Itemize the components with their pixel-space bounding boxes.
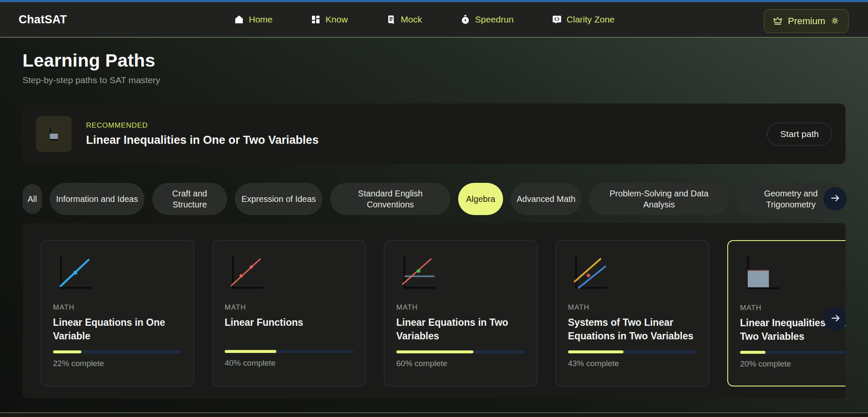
brand-logo[interactable]: ChatSAT xyxy=(19,13,67,26)
code-chat-icon xyxy=(552,14,562,25)
main-nav: Home Know Mock xyxy=(234,2,615,37)
nav-item-mock[interactable]: Mock xyxy=(386,14,422,25)
card-title: Systems of Two Linear Equations in Two V… xyxy=(568,316,697,343)
blue-line-chart-icon xyxy=(53,253,182,294)
filters-next-button[interactable] xyxy=(823,187,847,210)
nav-item-home[interactable]: Home xyxy=(234,14,273,25)
progress-label: 20% complete xyxy=(740,359,846,369)
home-icon xyxy=(234,14,244,25)
filter-pill-craft-and-structure[interactable]: Craft and Structure xyxy=(152,183,227,215)
card-subject: MATH xyxy=(225,303,353,312)
document-icon xyxy=(386,14,396,25)
intersecting-lines-chart-icon xyxy=(396,253,525,294)
shaded-region-chart-icon xyxy=(740,254,846,294)
path-card-linear-equations-one-variable[interactable]: MATH Linear Equations in One Variable 22… xyxy=(41,240,194,386)
page-subtitle: Step-by-step paths to SAT mastery xyxy=(22,75,846,85)
progress-fill xyxy=(225,350,276,353)
filter-pill-information-and-ideas[interactable]: Information and Ideas xyxy=(50,183,145,215)
cards-next-button[interactable] xyxy=(824,307,846,330)
navbar: ChatSAT Home Know xyxy=(0,2,868,38)
recommended-texts: RECOMMENDED Linear Inequalities in One o… xyxy=(86,121,319,147)
progress-track xyxy=(396,350,525,353)
nav-label: Know xyxy=(326,14,348,25)
recommended-banner[interactable]: RECOMMENDED Linear Inequalities in One o… xyxy=(22,104,846,164)
nav-item-clarity-zone[interactable]: Clarity Zone xyxy=(552,14,615,25)
progress-fill xyxy=(740,351,765,354)
progress-label: 43% complete xyxy=(568,359,697,368)
bottom-edge-strip xyxy=(0,412,868,417)
filter-pills-row: All Information and Ideas Craft and Stru… xyxy=(22,182,846,216)
red-scatter-line-chart-icon xyxy=(225,253,353,294)
arrow-right-icon xyxy=(830,313,841,325)
recommended-eyebrow: RECOMMENDED xyxy=(86,121,319,130)
card-subject: MATH xyxy=(396,303,525,312)
filter-pill-algebra[interactable]: Algebra xyxy=(458,183,503,215)
page-title: Learning Paths xyxy=(22,50,846,71)
nav-label: Mock xyxy=(401,14,422,25)
progress-fill xyxy=(396,350,473,353)
nav-label: Speedrun xyxy=(475,14,514,25)
card-title: Linear Functions xyxy=(225,316,353,342)
filter-pill-advanced-math[interactable]: Advanced Math xyxy=(511,183,581,215)
card-subject: MATH xyxy=(53,303,182,312)
nav-item-know[interactable]: Know xyxy=(311,14,348,25)
start-path-button[interactable]: Start path xyxy=(767,123,832,146)
recommended-title: Linear Inequalities in One or Two Variab… xyxy=(86,134,319,147)
card-subject: MATH xyxy=(568,303,697,312)
learning-paths-panel: MATH Linear Equations in One Variable 22… xyxy=(22,223,846,398)
progress-track xyxy=(225,350,353,353)
progress-label: 60% complete xyxy=(396,359,525,368)
shaded-region-chart-icon xyxy=(44,124,64,144)
nav-label: Clarity Zone xyxy=(567,14,615,25)
path-card-systems-two-linear-equations[interactable]: MATH Systems of Two Linear Equations in … xyxy=(556,240,709,386)
main-content: Learning Paths Step-by-step paths to SAT… xyxy=(0,39,868,398)
dashboard-grid-icon xyxy=(311,14,321,25)
arrow-right-icon xyxy=(830,193,841,205)
card-title: Linear Equations in Two Variables xyxy=(396,316,525,343)
nav-item-speedrun[interactable]: Speedrun xyxy=(460,14,514,25)
progress-track xyxy=(740,351,846,354)
progress-track xyxy=(568,350,697,353)
progress-fill xyxy=(53,350,81,353)
premium-button[interactable]: Premium xyxy=(764,9,849,33)
path-card-linear-equations-two-variables[interactable]: MATH Linear Equations in Two Variables 6… xyxy=(384,240,537,386)
filter-pill-standard-english-conventions[interactable]: Standard English Conventions xyxy=(330,183,451,215)
path-card-linear-functions[interactable]: MATH Linear Functions 40% complete xyxy=(212,240,366,386)
gear-icon xyxy=(830,16,840,27)
card-title: Linear Equations in One Variable xyxy=(53,316,182,343)
nav-label: Home xyxy=(249,14,273,25)
filter-pill-expression-of-ideas[interactable]: Expression of Ideas xyxy=(235,183,323,215)
recommended-thumbnail xyxy=(36,116,72,152)
premium-label: Premium xyxy=(788,16,825,27)
crown-icon xyxy=(773,16,783,27)
cards-row: MATH Linear Equations in One Variable 22… xyxy=(41,240,846,386)
progress-label: 40% complete xyxy=(225,358,353,368)
stopwatch-icon xyxy=(460,14,470,25)
filter-pill-problem-solving-and-data-analysis[interactable]: Problem-Solving and Data Analysis xyxy=(589,183,729,215)
progress-fill xyxy=(568,350,623,353)
progress-track xyxy=(53,350,182,353)
parallel-lines-chart-icon xyxy=(568,253,697,294)
filter-pill-all[interactable]: All xyxy=(22,184,42,214)
progress-label: 22% complete xyxy=(53,359,182,368)
